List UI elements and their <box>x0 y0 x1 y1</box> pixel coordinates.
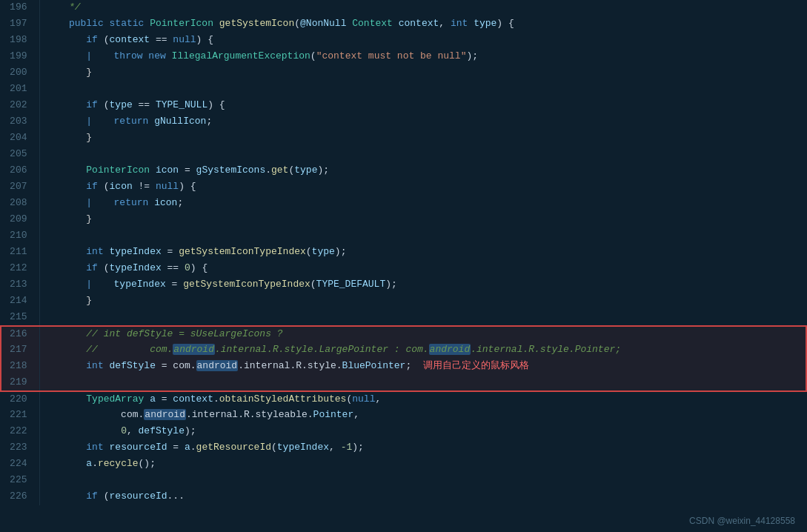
line-number: 223 <box>1 440 39 456</box>
table-row: 221 com.android.internal.R.styleable.Poi… <box>1 408 806 424</box>
table-row: 211 int typeIndex = getSystemIconTypeInd… <box>1 245 806 261</box>
line-number: 217 <box>1 342 39 359</box>
line-content: public static PointerIcon getSystemIcon(… <box>39 16 806 33</box>
line-number: 211 <box>1 245 39 261</box>
table-row: 217 // com.android.internal.R.style.Larg… <box>1 342 806 359</box>
line-content: */ <box>39 0 806 16</box>
line-content <box>39 228 806 245</box>
table-row: 222 0, defStyle); <box>1 424 806 440</box>
line-number: 210 <box>1 228 39 245</box>
line-number: 208 <box>1 196 39 212</box>
line-number: 226 <box>1 489 39 505</box>
line-content: int defStyle = com.android.internal.R.st… <box>39 359 806 375</box>
table-row: 197 public static PointerIcon getSystemI… <box>1 16 806 33</box>
line-content: // com.android.internal.R.style.LargePoi… <box>39 342 806 359</box>
line-content: 0, defStyle); <box>39 424 806 440</box>
table-row: 202 if (type == TYPE_NULL) { <box>1 98 806 114</box>
line-number: 207 <box>1 179 39 196</box>
line-content <box>39 82 806 98</box>
line-number: 215 <box>1 310 39 326</box>
line-content: // int defStyle = sUseLargeIcons ? <box>39 326 806 342</box>
table-row: 212 if (typeIndex == 0) { <box>1 261 806 277</box>
line-number: 219 <box>1 375 39 391</box>
line-number: 220 <box>1 391 39 408</box>
line-number: 205 <box>1 147 39 163</box>
line-content: if (resourceId... <box>39 489 806 505</box>
table-row: 226 if (resourceId... <box>1 489 806 505</box>
line-content: } <box>39 293 806 310</box>
watermark: CSDN @weixin_44128558 <box>689 516 795 526</box>
line-number: 212 <box>1 261 39 277</box>
line-number: 202 <box>1 98 39 114</box>
line-content: if (type == TYPE_NULL) { <box>39 98 806 114</box>
line-content: com.android.internal.R.styleable.Pointer… <box>39 408 806 424</box>
line-content: int resourceId = a.getResourceId(typeInd… <box>39 440 806 456</box>
table-row: 225 <box>1 473 806 489</box>
line-number: 216 <box>1 326 39 342</box>
table-row: 201 <box>1 82 806 98</box>
line-number: 222 <box>1 424 39 440</box>
line-number: 203 <box>1 114 39 130</box>
line-number: 209 <box>1 212 39 228</box>
code-table: 196 */197 public static PointerIcon getS… <box>0 0 807 505</box>
table-row: 207 if (icon != null) { <box>1 179 806 196</box>
line-content: | throw new IllegalArgumentException("co… <box>39 49 806 65</box>
table-row: 215 <box>1 310 806 326</box>
table-row: 224 a.recycle(); <box>1 456 806 473</box>
table-row: 203 | return gNullIcon; <box>1 114 806 130</box>
table-row: 198 if (context == null) { <box>1 33 806 49</box>
line-content: | return icon; <box>39 196 806 212</box>
line-content: if (typeIndex == 0) { <box>39 261 806 277</box>
line-content: PointerIcon icon = gSystemIcons.get(type… <box>39 163 806 179</box>
table-row: 208 | return icon; <box>1 196 806 212</box>
table-row: 219 <box>1 375 806 391</box>
table-row: 220 TypedArray a = context.obtainStyledA… <box>1 391 806 408</box>
line-content <box>39 375 806 391</box>
line-number: 218 <box>1 359 39 375</box>
line-content: } <box>39 130 806 147</box>
line-number: 213 <box>1 277 39 293</box>
line-content <box>39 310 806 326</box>
line-content: | typeIndex = getSystemIconTypeIndex(TYP… <box>39 277 806 293</box>
line-number: 200 <box>1 65 39 82</box>
line-number: 221 <box>1 408 39 424</box>
line-number: 201 <box>1 82 39 98</box>
table-row: 210 <box>1 228 806 245</box>
table-row: 218 int defStyle = com.android.internal.… <box>1 359 806 375</box>
line-number: 204 <box>1 130 39 147</box>
line-content: } <box>39 212 806 228</box>
line-content: } <box>39 65 806 82</box>
line-number: 225 <box>1 473 39 489</box>
table-row: 199 | throw new IllegalArgumentException… <box>1 49 806 65</box>
table-row: 196 */ <box>1 0 806 16</box>
table-row: 204 } <box>1 130 806 147</box>
line-content: if (context == null) { <box>39 33 806 49</box>
table-row: 216 // int defStyle = sUseLargeIcons ? <box>1 326 806 342</box>
line-content: int typeIndex = getSystemIconTypeIndex(t… <box>39 245 806 261</box>
line-number: 214 <box>1 293 39 310</box>
line-content <box>39 473 806 489</box>
line-number: 224 <box>1 456 39 473</box>
table-row: 206 PointerIcon icon = gSystemIcons.get(… <box>1 163 806 179</box>
line-content <box>39 147 806 163</box>
line-number: 196 <box>1 0 39 16</box>
line-number: 206 <box>1 163 39 179</box>
table-row: 213 | typeIndex = getSystemIconTypeIndex… <box>1 277 806 293</box>
line-number: 198 <box>1 33 39 49</box>
line-content: if (icon != null) { <box>39 179 806 196</box>
table-row: 200 } <box>1 65 806 82</box>
line-number: 199 <box>1 49 39 65</box>
table-row: 214 } <box>1 293 806 310</box>
line-content: TypedArray a = context.obtainStyledAttri… <box>39 391 806 408</box>
table-row: 209 } <box>1 212 806 228</box>
table-row: 223 int resourceId = a.getResourceId(typ… <box>1 440 806 456</box>
line-content: | return gNullIcon; <box>39 114 806 130</box>
code-editor: 196 */197 public static PointerIcon getS… <box>0 0 807 532</box>
line-content: a.recycle(); <box>39 456 806 473</box>
table-row: 205 <box>1 147 806 163</box>
line-number: 197 <box>1 16 39 33</box>
